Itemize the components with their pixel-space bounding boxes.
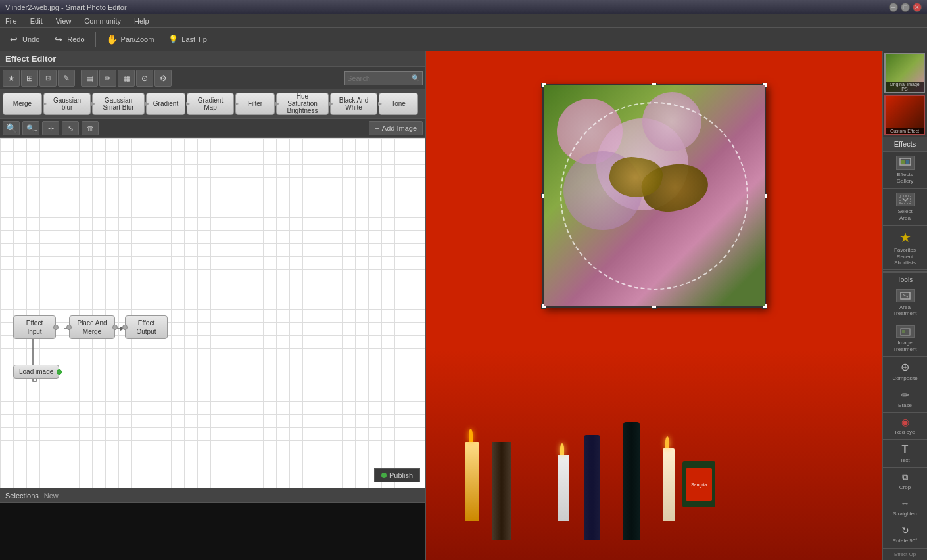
menu-file[interactable]: File xyxy=(3,16,20,26)
graph-move[interactable]: ⤡ xyxy=(62,121,79,135)
graph-node-place-merge[interactable]: Place AndMerge xyxy=(69,315,115,339)
close-button[interactable]: ✕ xyxy=(913,3,922,12)
thumbnail-custom[interactable]: Custom Effect xyxy=(884,95,925,135)
graph-zoom-out[interactable]: 🔍− xyxy=(22,121,39,135)
titlebar-title: Vlinder2-web.jpg - Smart Photo Editor xyxy=(5,3,127,11)
filter-node-gradient-map[interactable]: GradientMap xyxy=(187,93,234,115)
effect-editor-header: Effect Editor xyxy=(0,51,425,67)
svg-rect-6 xyxy=(906,160,909,164)
image-treatment-item[interactable]: ImageTreatment xyxy=(883,321,927,358)
pan-zoom-icon: ✋ xyxy=(107,34,118,45)
undo-icon: ↩ xyxy=(8,34,20,45)
selections-content xyxy=(0,503,425,560)
select-area-item[interactable]: SelectArea xyxy=(883,189,927,225)
effect-tool-box[interactable]: ⊡ xyxy=(39,70,57,87)
graph-node-load-image[interactable]: Load image xyxy=(13,365,59,379)
red-eye-item[interactable]: ◉ Red eye xyxy=(883,413,927,440)
photo-frame xyxy=(542,84,766,308)
node-input-dot-2 xyxy=(122,325,128,330)
thumbnail-original[interactable]: Original Image PS xyxy=(884,53,925,93)
effect-tool-circle[interactable]: ⊙ xyxy=(136,70,153,87)
composite-item[interactable]: ⊕ Composite xyxy=(883,357,927,386)
far-right-panel: Original Image PS Custom Effect Effects … xyxy=(882,51,927,560)
effect-tool-gear[interactable]: ⚙ xyxy=(154,70,172,87)
filter-node-tone[interactable]: Tone xyxy=(379,93,418,115)
star-icon: ★ xyxy=(899,229,911,245)
svg-rect-7 xyxy=(900,196,911,204)
graph-select[interactable]: ⊹ xyxy=(42,121,59,135)
pan-zoom-button[interactable]: ✋ Pan/Zoom xyxy=(104,32,157,47)
add-image-button[interactable]: + Add Image xyxy=(369,121,423,135)
effect-tool-list[interactable]: ▤ xyxy=(81,70,98,87)
select-area-icon xyxy=(896,193,915,206)
filter-node-black-white[interactable]: Black AndWhite xyxy=(330,93,377,115)
main-toolbar: ↩ Undo ↪ Redo ✋ Pan/Zoom 💡 Last Tip xyxy=(0,28,927,51)
effect-search[interactable]: 🔍 xyxy=(344,71,423,85)
menu-community[interactable]: Community xyxy=(82,16,124,26)
effect-tool-grid[interactable]: ⊞ xyxy=(21,70,38,87)
filter-node-filter[interactable]: Filter xyxy=(235,93,275,115)
photo-content xyxy=(544,85,765,306)
red-eye-icon: ◉ xyxy=(901,417,909,427)
redo-button[interactable]: ↪ Redo xyxy=(50,32,87,47)
filter-node-gaussian-smart[interactable]: GaussianSmart Blur xyxy=(92,93,145,115)
effect-tool-hash[interactable]: ▦ xyxy=(118,70,135,87)
filter-node-gaussian-blur[interactable]: Gaussianblur xyxy=(43,93,91,115)
effects-gallery-item[interactable]: EffectsGallery xyxy=(883,152,927,189)
erase-item[interactable]: ✏ Erase xyxy=(883,386,927,413)
straighten-icon: ↔ xyxy=(901,498,910,509)
filter-strip: Merge Gaussianblur GaussianSmart Blur Gr… xyxy=(0,89,425,118)
undo-button[interactable]: ↩ Undo xyxy=(5,32,42,47)
add-image-icon: + xyxy=(375,124,379,132)
menu-edit[interactable]: Edit xyxy=(28,16,45,26)
graph-node-effect-output[interactable]: EffectOutput xyxy=(125,315,168,339)
graph-delete[interactable]: 🗑 xyxy=(82,121,99,135)
filter-node-hue[interactable]: HueSaturationBrightness xyxy=(276,93,329,115)
text-item[interactable]: T Text xyxy=(883,440,927,468)
erase-icon: ✏ xyxy=(901,390,909,400)
selection-circle xyxy=(560,102,748,290)
image-treatment-icon xyxy=(896,325,915,338)
node-output-dot-2 xyxy=(112,325,118,330)
graph-toolbar: 🔍 🔍− ⊹ ⤡ 🗑 + Add Image xyxy=(0,118,425,138)
filter-node-gradient[interactable]: Gradient xyxy=(146,93,185,115)
node-load-dot xyxy=(57,369,62,375)
favorites-item[interactable]: ★ FavoritesRecentShortlists xyxy=(883,226,927,271)
minimize-button[interactable]: ─ xyxy=(889,3,898,12)
menubar: File Edit View Community Help xyxy=(0,14,927,28)
maximize-button[interactable]: □ xyxy=(901,3,910,12)
straighten-item[interactable]: ↔ Straighten xyxy=(883,494,927,521)
thumbnail-previews: Original Image PS Custom Effect xyxy=(883,51,927,137)
effect-tool-edit[interactable]: ✎ xyxy=(58,70,75,87)
svg-rect-10 xyxy=(902,330,905,333)
search-input[interactable] xyxy=(347,74,412,82)
text-icon: T xyxy=(902,444,909,455)
rotate-item[interactable]: ↻ Rotate 90° xyxy=(883,521,927,548)
last-tip-button[interactable]: 💡 Last Tip xyxy=(164,32,210,47)
filter-node-merge[interactable]: Merge xyxy=(3,93,42,115)
svg-rect-5 xyxy=(901,160,905,164)
menu-view[interactable]: View xyxy=(53,16,74,26)
effect-tool-pen[interactable]: ✏ xyxy=(99,70,116,87)
node-input-dot xyxy=(66,325,72,330)
graph-zoom-in[interactable]: 🔍 xyxy=(3,121,20,135)
publish-icon xyxy=(381,473,387,478)
effect-op-area: Effect Op xyxy=(883,548,927,560)
crop-item[interactable]: ⧉ Crop xyxy=(883,468,927,495)
effect-toolbar: ★ ⊞ ⊡ ✎ ▤ ✏ ▦ ⊙ ⚙ 🔍 xyxy=(0,67,425,89)
area-treatment-item[interactable]: AreaTreatment xyxy=(883,285,927,321)
main-layout: Effect Editor ★ ⊞ ⊡ ✎ ▤ ✏ ▦ ⊙ ⚙ 🔍 Merge … xyxy=(0,51,927,560)
graph-node-effect-input[interactable]: EffectInput xyxy=(13,315,56,339)
graph-connections xyxy=(0,138,425,488)
publish-button[interactable]: Publish xyxy=(374,468,420,482)
area-treatment-icon xyxy=(896,289,915,302)
thumbnail-original-label: Original Image PS xyxy=(886,82,924,92)
center-image-area: Sangria xyxy=(426,51,882,560)
titlebar: Vlinder2-web.jpg - Smart Photo Editor ─ … xyxy=(0,0,927,14)
titlebar-controls: ─ □ ✕ xyxy=(889,3,922,12)
selections-header: Selections New xyxy=(0,488,425,503)
graph-canvas[interactable]: EffectInput Place AndMerge EffectOutput … xyxy=(0,138,425,488)
effect-tool-star[interactable]: ★ xyxy=(3,70,20,87)
panel-divider xyxy=(883,271,927,273)
menu-help[interactable]: Help xyxy=(131,16,152,26)
